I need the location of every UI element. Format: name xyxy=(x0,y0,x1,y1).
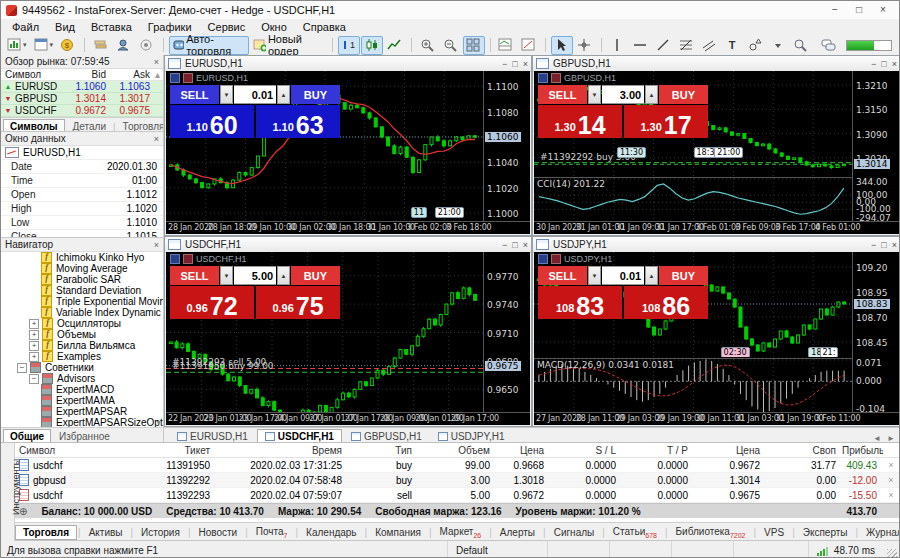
minimize-icon[interactable]: − xyxy=(502,59,507,69)
volume-field[interactable]: 0.01 xyxy=(234,85,276,104)
expand-icon[interactable]: + xyxy=(29,319,39,329)
buy-button[interactable]: BUY xyxy=(291,266,340,285)
column-7[interactable]: T / P xyxy=(622,445,694,456)
one-click-toggle-icon[interactable] xyxy=(170,254,180,264)
channel-icon[interactable] xyxy=(699,36,721,55)
data-window-header[interactable]: Окно данных × xyxy=(1,132,163,146)
sell-button[interactable]: SELL xyxy=(538,266,587,285)
volume-decrease-button[interactable]: ▼ xyxy=(588,266,601,285)
navigator-item[interactable]: ExpertMAPSARSizeOptim xyxy=(1,417,163,427)
market-watch-tab-0[interactable]: Символы xyxy=(3,119,65,132)
navigator-item[interactable]: +fОбъемы xyxy=(1,329,163,340)
volume-decrease-button[interactable]: ▼ xyxy=(220,266,233,285)
expand-icon[interactable]: + xyxy=(29,330,39,340)
buy-button[interactable]: BUY xyxy=(659,266,708,285)
autotrade-button[interactable]: Авто-торговля xyxy=(169,36,250,55)
navigator-item[interactable]: +fБилла Вильямса xyxy=(1,340,163,351)
price-axis[interactable]: 109.20108.95108.70108.45108.830.0710.000… xyxy=(852,252,899,413)
buy-button[interactable]: BUY xyxy=(291,85,340,104)
column-bid[interactable]: Bid xyxy=(67,69,109,80)
sell-button[interactable]: SELL xyxy=(170,85,219,104)
one-click-toggle-icon[interactable] xyxy=(538,254,548,264)
menu-item-2[interactable]: Вставка xyxy=(83,21,140,33)
close-icon[interactable]: × xyxy=(154,134,159,144)
column-0[interactable]: Символ xyxy=(14,445,104,456)
tile-windows-icon[interactable] xyxy=(463,36,485,55)
restore-icon[interactable]: □ xyxy=(881,59,886,69)
close-icon[interactable]: × xyxy=(154,57,159,67)
terminal-tab-алерты[interactable]: Алерты xyxy=(493,526,542,539)
one-click-toggle-icon[interactable] xyxy=(183,73,193,83)
chart-body[interactable]: 1121:00EURUSD,H1SELL▼0.01▲BUY1.10601.106… xyxy=(166,71,530,234)
volume-decrease-button[interactable]: ▼ xyxy=(588,85,601,104)
sell-price[interactable]: 10883 xyxy=(538,286,622,319)
buy-button[interactable]: BUY xyxy=(659,85,708,104)
zoom-in-icon[interactable] xyxy=(417,36,439,55)
market-watch-row[interactable]: ▼USDCHF0.96720.9675 xyxy=(1,105,163,117)
volume-increase-button[interactable]: ▲ xyxy=(277,266,290,285)
buy-price[interactable]: 1.3017 xyxy=(624,105,708,138)
close-position-icon[interactable]: × xyxy=(883,475,899,485)
minimize-icon[interactable]: − xyxy=(871,240,876,250)
market-watch-tab-2[interactable]: Торговля xyxy=(117,120,163,132)
minimize-icon[interactable]: − xyxy=(824,3,846,17)
indicator-pane[interactable]: MACD(12,26,9) 0.0341 0.0181 xyxy=(534,358,853,413)
time-axis[interactable]: 27 Jan 202028 Jan 11:0029 Jan 03:0029 Ja… xyxy=(534,412,899,425)
chat-icon[interactable] xyxy=(818,36,840,55)
title-bar[interactable]: 9449562 - InstaForex-Server: Демо-счет -… xyxy=(1,1,899,20)
navigator-item[interactable]: fIchimoku Kinko Hyo xyxy=(1,252,163,263)
navigator-item[interactable]: −Advisors xyxy=(1,373,163,384)
sell-price[interactable]: 1.1060 xyxy=(170,105,254,138)
sell-button[interactable]: SELL xyxy=(538,85,587,104)
market-books-icon[interactable] xyxy=(90,36,112,55)
buy-price[interactable]: 1.1063 xyxy=(256,105,340,138)
navigator-tab-1[interactable]: Избранное xyxy=(53,430,116,442)
status-profile[interactable]: Default xyxy=(447,541,547,558)
market-watch-header[interactable]: Обзор рынка: 07:59:45 × xyxy=(1,55,163,69)
zoom-out-icon[interactable] xyxy=(440,36,462,55)
shapes-icon[interactable] xyxy=(745,36,767,55)
volume-decrease-button[interactable]: ▼ xyxy=(220,85,233,104)
new-order-button[interactable]: Новый ордер xyxy=(250,36,327,55)
expand-icon[interactable]: + xyxy=(29,341,39,351)
chart-window-usdchf[interactable]: USDCHF,H1−□×#11392293 sell 5.00#11391950… xyxy=(164,236,532,427)
close-icon[interactable]: × xyxy=(523,59,528,69)
close-position-icon[interactable]: × xyxy=(883,460,899,470)
navigator-item[interactable]: fTriple Exponential Movin xyxy=(1,296,163,307)
chart-window-titlebar[interactable]: USDJPY,H1−□× xyxy=(533,237,900,253)
column-3[interactable]: Тип xyxy=(348,445,418,456)
position-row[interactable]: usdchf113922932020.02.04 07:59:07sell5.0… xyxy=(14,488,899,503)
collapse-icon[interactable]: − xyxy=(17,363,27,373)
restore-icon[interactable]: □ xyxy=(512,59,517,69)
volume-increase-button[interactable]: ▲ xyxy=(645,85,658,104)
terminal-tab-vps[interactable]: VPS xyxy=(757,526,791,539)
connection-status[interactable]: 48.70 ms xyxy=(808,541,883,558)
column-4[interactable]: Объем xyxy=(418,445,496,456)
close-icon[interactable]: × xyxy=(523,240,528,250)
menu-item-4[interactable]: Сервис xyxy=(200,21,254,33)
column-ask[interactable]: Ask xyxy=(109,69,153,80)
objects-window-icon[interactable] xyxy=(518,36,540,55)
market-watch-row[interactable]: ▲EURUSD1.10601.1063 xyxy=(1,81,163,93)
menu-item-0[interactable]: Файл xyxy=(4,21,47,33)
navigator-item[interactable]: fMoving Average xyxy=(1,263,163,274)
chart-tab-1[interactable]: USDCHF,H1 xyxy=(257,429,342,443)
menu-item-5[interactable]: Окно xyxy=(253,21,295,33)
resize-grip[interactable] xyxy=(887,549,897,558)
profiles-icon[interactable]: ▾ xyxy=(31,36,57,55)
navigator-item[interactable]: fVariable Index Dynamic A xyxy=(1,307,163,318)
terminal-tab-календарь[interactable]: Календарь xyxy=(299,526,363,539)
one-click-toggle-icon[interactable] xyxy=(551,73,561,83)
chart-body[interactable]: #11392293 sell 5.00#11391950 buy 99.00US… xyxy=(166,252,530,425)
terminal-tab-эксперты[interactable]: Эксперты xyxy=(796,526,855,539)
close-icon[interactable]: × xyxy=(892,240,897,250)
menu-item-6[interactable]: Справка xyxy=(295,21,354,33)
chart-window-titlebar[interactable]: GBPUSD,H1−□× xyxy=(533,56,900,72)
volume-field[interactable]: 0.01 xyxy=(602,266,644,285)
chart-body[interactable]: 02:301821:USDJPY,H1SELL▼0.01▲BUY10883108… xyxy=(534,252,899,425)
price-axis[interactable]: 0.97700.97400.97100.96800.96500.9675 xyxy=(483,252,530,413)
sell-button[interactable]: SELL xyxy=(170,266,219,285)
navigator-item[interactable]: +fExamples xyxy=(1,351,163,362)
price-pane[interactable]: #11392293 sell 5.00#11391950 buy 99.00US… xyxy=(166,252,484,413)
collapse-icon[interactable]: − xyxy=(29,374,39,384)
